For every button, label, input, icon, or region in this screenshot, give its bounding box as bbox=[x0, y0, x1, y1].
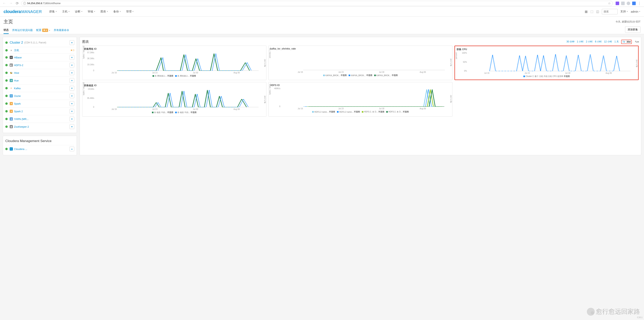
service-icon: ♟ bbox=[10, 125, 13, 128]
service-icon: O bbox=[10, 94, 13, 98]
add-cluster-button[interactable]: 添加群集 bbox=[625, 27, 640, 33]
time-opt-7d[interactable]: 7d bbox=[622, 41, 625, 43]
service-row[interactable]: ◔ Hue ▼ bbox=[5, 77, 74, 84]
top-navigation: cloudera MANAGER 群集 ▼主机 ▼诊断 ▼审核 ▼图表 ▼备份 … bbox=[0, 7, 644, 17]
nav-item[interactable]: 备份 ▼ bbox=[113, 10, 121, 14]
service-actions-button[interactable]: ▼ bbox=[70, 124, 74, 129]
r-axis-label: 每六小时 bbox=[264, 96, 266, 103]
parcels-icon[interactable]: ▦ bbox=[585, 10, 588, 14]
service-actions-button[interactable]: ▼ bbox=[70, 63, 74, 68]
hosts-icon[interactable]: ⬚ bbox=[590, 10, 593, 14]
service-actions-button[interactable]: ▼ bbox=[70, 94, 74, 98]
service-actions-button[interactable]: ▼ bbox=[70, 55, 74, 60]
service-name: YARN (MR... bbox=[14, 118, 28, 121]
time-opt-30d[interactable]: 30d bbox=[626, 41, 630, 43]
time-opt[interactable]: 1 小时 bbox=[577, 40, 584, 43]
tab-config[interactable]: 配置 ✖ 4 ▼ bbox=[36, 27, 50, 34]
charts-panel: 图表 30 分钟1 小时2 小时6 小时12 小时1 天 7d 30d ✎▾ 群… bbox=[80, 37, 641, 155]
cluster-name-link[interactable]: Cluster 2 bbox=[10, 41, 23, 45]
service-name: HBase bbox=[14, 56, 22, 59]
tab-commands[interactable]: 所有最新命令 bbox=[54, 27, 69, 34]
x-ticks: Jul 16Jul 23Jul 30Aug 06 bbox=[270, 71, 451, 73]
extension-icon[interactable] bbox=[621, 2, 625, 5]
x-ticks: Jul 16Jul 23Jul 30Aug 06 bbox=[84, 72, 265, 74]
status-dot-icon bbox=[5, 102, 8, 105]
nav-item[interactable]: 群集 ▼ bbox=[49, 10, 57, 14]
nav-item[interactable]: 审核 ▼ bbox=[88, 10, 96, 14]
extension-icons: ⋮ bbox=[614, 1, 642, 6]
nav-item[interactable]: 诊断 ▼ bbox=[75, 10, 82, 14]
time-opt[interactable]: 1 天 bbox=[614, 40, 619, 43]
y-axis-label: bytes / seco... bbox=[268, 83, 271, 95]
service-icon: ◔ bbox=[10, 79, 13, 82]
config-issue-badge[interactable]: ✖ 3 bbox=[70, 49, 74, 52]
charts-title: 图表 bbox=[82, 40, 89, 44]
menu-icon[interactable]: ⋮ bbox=[638, 1, 641, 6]
service-row[interactable]: 🐝 Hive ▼ bbox=[5, 69, 74, 77]
reload-button[interactable]: ⟳ bbox=[15, 1, 20, 6]
service-row[interactable]: ✦ Spark ▼ bbox=[5, 100, 74, 107]
tab-status[interactable]: 状态 bbox=[4, 27, 9, 34]
chart-card-cpu[interactable]: 群集 CPU percent 每六小时 100%50%0% Jul 16Jul … bbox=[454, 46, 639, 80]
user-menu[interactable]: admin ▼ bbox=[631, 10, 640, 13]
status-dot-icon bbox=[5, 72, 8, 74]
edit-charts-icon[interactable]: ✎▾ bbox=[635, 40, 639, 43]
legend-item: HDFS-2, 各 D... 不适用 bbox=[386, 111, 409, 113]
service-row[interactable]: ⚛ Kafka ▼ bbox=[5, 84, 74, 92]
forward-button[interactable]: → bbox=[8, 1, 14, 5]
nav-item[interactable]: 图表 ▼ bbox=[100, 10, 108, 14]
y-axis-label: bytes / second bbox=[82, 46, 85, 59]
time-opt[interactable]: 2 小时 bbox=[586, 40, 592, 43]
extension-icon[interactable] bbox=[616, 2, 619, 5]
time-opt[interactable]: 30 分钟 bbox=[566, 40, 575, 43]
mgmt-service-row[interactable]: C Cloudera ... ▲ bbox=[5, 145, 74, 153]
x-ticks: Jul 16Jul 23Jul 30Aug 06 bbox=[270, 108, 451, 110]
service-actions-button[interactable]: ▼ bbox=[70, 78, 74, 83]
x-ticks: Jul 16Jul 23Jul 30Aug 06 bbox=[84, 108, 265, 110]
service-actions-button[interactable]: ▼ bbox=[70, 71, 74, 75]
back-button[interactable]: ← bbox=[2, 1, 7, 5]
site-info-icon[interactable]: i bbox=[23, 2, 26, 5]
service-actions-button[interactable]: ▼ bbox=[70, 101, 74, 106]
service-row[interactable]: ♟ ZooKeeper-2 ▼ bbox=[5, 123, 74, 130]
status-dot-icon bbox=[5, 87, 8, 89]
bookmark-icon[interactable]: ☆ bbox=[608, 2, 611, 5]
y-axis-label: shrinks / se... bbox=[268, 47, 271, 58]
service-row[interactable]: ◧ HDFS-2 ▼ bbox=[5, 61, 74, 69]
chart-title: HDFS IO bbox=[270, 84, 451, 87]
service-actions-button[interactable]: ▼ bbox=[70, 86, 74, 91]
address-bar[interactable]: i 54.254.250.6:7180/cmf/home ☆ bbox=[21, 1, 613, 6]
nav-item[interactable]: 主机 ▼ bbox=[62, 10, 70, 14]
nav-item[interactable]: 管理 ▼ bbox=[126, 10, 134, 14]
service-row[interactable]: ✦ Spark 2 ▼ bbox=[5, 107, 74, 115]
service-row[interactable]: O Oozie ▼ bbox=[5, 92, 74, 100]
service-row[interactable]: H HBase ▼ bbox=[5, 54, 74, 61]
chart-card-disk_io[interactable]: 群集磁盘 IO bytes / second 每六小时 191M/s95.4M/… bbox=[82, 82, 266, 117]
search-input[interactable] bbox=[602, 9, 618, 15]
logo[interactable]: cloudera MANAGER bbox=[4, 9, 42, 14]
alerts-icon[interactable]: ◫ bbox=[596, 10, 599, 14]
extension-icon[interactable] bbox=[632, 2, 636, 5]
status-dot-icon bbox=[5, 56, 8, 59]
y-axis-label: percent bbox=[455, 53, 458, 59]
status-dot-icon bbox=[5, 126, 8, 128]
hosts-row[interactable]: ≡ 主机 ✖ 3 bbox=[5, 47, 74, 54]
chart-title: 群集网络 IO bbox=[84, 47, 265, 51]
service-actions-button[interactable]: ▲ bbox=[70, 147, 74, 151]
chart-card-hdfs_io[interactable]: HDFS IO bytes / seco... 每六小时 488K/s0 Jul… bbox=[268, 82, 453, 117]
tab-health[interactable]: 所有运行状况问题 bbox=[12, 27, 33, 34]
service-actions-button[interactable]: ▼ bbox=[70, 109, 74, 114]
config-badge: ✖ 4 bbox=[42, 29, 48, 32]
chart-card-net_io[interactable]: 群集网络 IO bytes / second 每六小时 57.2M/s38.1M… bbox=[82, 46, 266, 80]
service-name: Spark bbox=[14, 102, 21, 105]
service-actions-button[interactable]: ▼ bbox=[70, 117, 74, 121]
service-row[interactable]: ⊞ YARN (MR... ▼ bbox=[5, 115, 74, 123]
service-icon: ⚛ bbox=[10, 87, 13, 90]
time-opt[interactable]: 6 小时 bbox=[595, 40, 602, 43]
time-opt[interactable]: 12 小时 bbox=[604, 40, 612, 43]
support-menu[interactable]: 支持 ▼ bbox=[620, 10, 628, 14]
chart-card-kafka_isr[interactable]: kafka_isr_shrinks_rate shrinks / se... 每… bbox=[268, 46, 453, 80]
extension-icon[interactable] bbox=[627, 2, 630, 5]
status-dot-icon bbox=[5, 148, 8, 150]
cluster-actions-button[interactable]: ▼ bbox=[70, 40, 74, 45]
